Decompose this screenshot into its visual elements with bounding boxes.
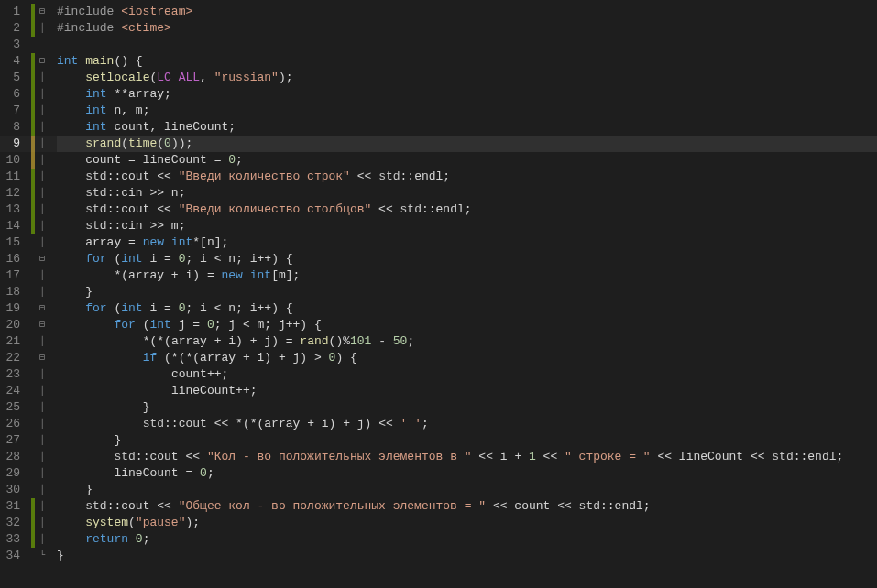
line-number: 32 [4, 515, 24, 531]
code-line[interactable]: array = new int*[n]; [57, 234, 877, 251]
code-line[interactable]: #include <iostream> [57, 4, 877, 20]
fold-guide: │ [35, 399, 49, 416]
fold-guide: │ [35, 103, 49, 119]
line-number: 30 [4, 482, 24, 498]
fold-guide: │ [35, 234, 49, 251]
line-number: 4 [4, 53, 24, 70]
line-number: 15 [4, 234, 24, 251]
fold-guide: │ [35, 449, 49, 465]
fold-guide: │ [35, 201, 49, 218]
fold-guide: │ [35, 70, 49, 86]
code-line[interactable]: std::cin >> n; [57, 185, 877, 201]
code-line[interactable]: int count, lineCount; [57, 119, 877, 136]
code-line[interactable]: } [57, 548, 877, 564]
fold-guide: │ [35, 482, 49, 498]
fold-guide: │ [35, 465, 49, 482]
line-number: 23 [4, 366, 24, 383]
line-number: 3 [4, 37, 24, 53]
code-line[interactable]: srand(time(0)); [57, 136, 877, 152]
line-number: 29 [4, 465, 24, 482]
line-number: 24 [4, 383, 24, 399]
code-line[interactable] [57, 37, 877, 53]
fold-guide: │ [35, 498, 49, 515]
line-number: 34 [4, 548, 24, 564]
code-line[interactable]: std::cout << "Введи количество строк" <<… [57, 169, 877, 185]
code-line[interactable]: lineCount = 0; [57, 465, 877, 482]
fold-guide: │ [35, 267, 49, 284]
line-number: 12 [4, 185, 24, 201]
fold-toggle-icon[interactable]: ⊟ [35, 317, 49, 333]
code-line[interactable]: std::cin >> m; [57, 218, 877, 234]
code-line[interactable]: system("pause"); [57, 515, 877, 531]
line-number: 19 [4, 300, 24, 317]
line-number: 2 [4, 20, 24, 37]
fold-toggle-icon[interactable]: ⊟ [35, 53, 49, 70]
code-line[interactable]: std::cout << "Общее кол - во положительн… [57, 498, 877, 515]
code-line[interactable]: return 0; [57, 531, 877, 548]
fold-guide: │ [35, 136, 49, 152]
code-line[interactable]: } [57, 432, 877, 449]
code-line[interactable]: for (int i = 0; i < n; i++) { [57, 251, 877, 267]
line-number: 22 [4, 350, 24, 366]
line-number: 7 [4, 103, 24, 119]
code-line[interactable]: for (int i = 0; i < n; i++) { [57, 300, 877, 317]
line-number: 27 [4, 432, 24, 449]
code-area[interactable]: #include <iostream>#include <ctime>int m… [49, 0, 877, 588]
fold-column[interactable]: ⊟│⊟│││││││││││⊟││⊟⊟│⊟│││││││││││└ [35, 0, 49, 588]
code-line[interactable]: lineCount++; [57, 383, 877, 399]
code-line[interactable]: count++; [57, 366, 877, 383]
code-line[interactable]: count = lineCount = 0; [57, 152, 877, 169]
line-number: 6 [4, 86, 24, 103]
code-line[interactable]: } [57, 482, 877, 498]
fold-guide: │ [35, 333, 49, 350]
code-line[interactable]: *(*(array + i) + j) = rand()%101 - 50; [57, 333, 877, 350]
line-number: 8 [4, 119, 24, 136]
line-number: 13 [4, 201, 24, 218]
fold-guide: │ [35, 86, 49, 103]
fold-guide: │ [35, 383, 49, 399]
fold-guide: │ [35, 169, 49, 185]
line-number: 14 [4, 218, 24, 234]
code-line[interactable]: } [57, 399, 877, 416]
code-line[interactable]: if (*(*(array + i) + j) > 0) { [57, 350, 877, 366]
line-number: 16 [4, 251, 24, 267]
fold-guide: │ [35, 366, 49, 383]
line-number: 17 [4, 267, 24, 284]
fold-guide: │ [35, 119, 49, 136]
line-number: 11 [4, 169, 24, 185]
code-line[interactable]: #include <ctime> [57, 20, 877, 37]
line-number-gutter: 1234567891011121314151617181920212223242… [0, 0, 31, 588]
fold-guide: │ [35, 185, 49, 201]
code-line[interactable]: std::cout << "Кол - во положительных эле… [57, 449, 877, 465]
fold-guide: │ [35, 416, 49, 432]
fold-toggle-icon[interactable]: ⊟ [35, 300, 49, 317]
code-line[interactable]: int n, m; [57, 103, 877, 119]
code-line[interactable]: } [57, 284, 877, 300]
code-line[interactable]: *(array + i) = new int[m]; [57, 267, 877, 284]
line-number: 25 [4, 399, 24, 416]
line-number: 1 [4, 4, 24, 20]
code-line[interactable]: std::cout << "Введи количество столбцов"… [57, 201, 877, 218]
fold-guide: └ [35, 548, 49, 564]
line-number: 33 [4, 531, 24, 548]
code-line[interactable]: for (int j = 0; j < m; j++) { [57, 317, 877, 333]
fold-toggle-icon[interactable]: ⊟ [35, 4, 49, 20]
fold-guide: │ [35, 531, 49, 548]
line-number: 10 [4, 152, 24, 169]
line-number: 20 [4, 317, 24, 333]
code-line[interactable]: std::cout << *(*(array + i) + j) << ' '; [57, 416, 877, 432]
line-number: 21 [4, 333, 24, 350]
fold-toggle-icon[interactable]: ⊟ [35, 350, 49, 366]
line-number: 18 [4, 284, 24, 300]
code-editor[interactable]: 1234567891011121314151617181920212223242… [0, 0, 877, 588]
code-line[interactable]: setlocale(LC_ALL, "russian"); [57, 70, 877, 86]
line-number: 26 [4, 416, 24, 432]
line-number: 31 [4, 498, 24, 515]
code-line[interactable]: int **array; [57, 86, 877, 103]
code-line[interactable]: int main() { [57, 53, 877, 70]
fold-guide: │ [35, 20, 49, 37]
fold-guide [35, 37, 49, 53]
fold-toggle-icon[interactable]: ⊟ [35, 251, 49, 267]
fold-guide: │ [35, 284, 49, 300]
line-number: 9 [4, 136, 24, 152]
